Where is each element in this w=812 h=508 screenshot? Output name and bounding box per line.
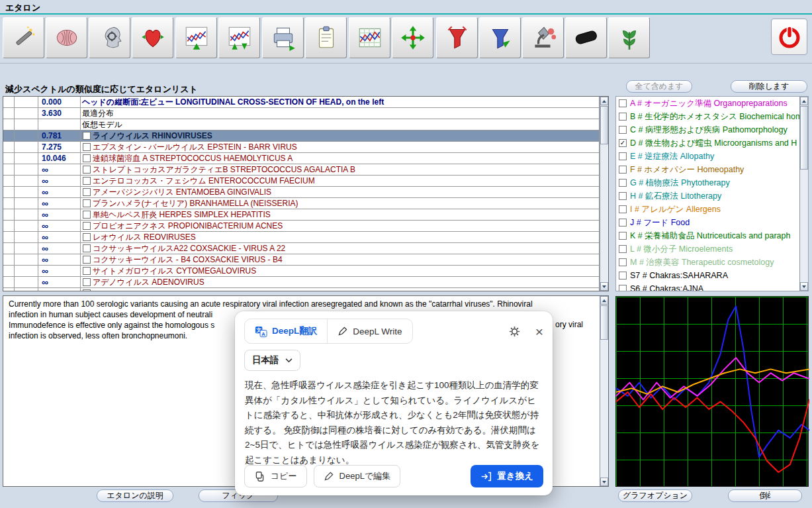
funnel-red-button[interactable]	[436, 17, 478, 58]
table-scrollbar[interactable]	[600, 97, 608, 291]
table-row[interactable]: ∞エンテロコッカス・フェシウム ENTEROCOCCUM FAECIUM	[3, 176, 600, 187]
table-row[interactable]: 0.000ヘッドの縦断面:左ビュー LONGITUDINAL CROSS-SEC…	[3, 97, 600, 108]
category-item[interactable]: F # ホメオパシー Homeopathy	[616, 163, 808, 176]
category-checkbox[interactable]	[619, 113, 627, 121]
category-item[interactable]: ✓D # 微生物および蠕虫 Microorganisms and H	[616, 136, 808, 150]
category-item[interactable]: S7 # Chakras:SAHARARA	[616, 269, 808, 282]
category-item[interactable]: C # 病理形態および疾病 Pathomorphology	[616, 123, 808, 136]
scroll-up-button[interactable]	[600, 296, 608, 305]
chart-compare-button[interactable]	[218, 17, 260, 58]
category-item[interactable]: H # 鉱石療法 Litotherapy	[616, 189, 808, 203]
row-box[interactable]	[83, 199, 91, 207]
table-row[interactable]: ∞サイトメガロウイルス CYTOMEGALOVIRUS	[3, 266, 600, 277]
category-checkbox[interactable]	[619, 245, 627, 253]
table-row[interactable]: ∞ブランハメラ(ナイセリア) BRANHAMELLA (NEISSERIA)	[3, 198, 600, 209]
table-row[interactable]: 3.630最適分布	[3, 108, 600, 119]
category-checkbox[interactable]	[619, 272, 627, 279]
funnel-green-button[interactable]	[479, 17, 521, 58]
graph-options-button[interactable]: グラフオプション	[618, 489, 692, 502]
category-checkbox[interactable]	[619, 179, 627, 187]
scroll-thumb[interactable]	[800, 106, 808, 170]
table-row[interactable]: ∞ストレプトコッカスアガラクティエB STREPTOCOCCUS AGALACT…	[3, 164, 600, 176]
category-scrollbar[interactable]	[799, 97, 808, 291]
scroll-down-button[interactable]	[600, 282, 608, 291]
scroll-up-button[interactable]	[800, 97, 808, 105]
category-item[interactable]: M # 治療美容 Therapeutic cosmetology	[616, 256, 808, 269]
scroll-thumb[interactable]	[600, 305, 608, 340]
row-box[interactable]	[83, 256, 91, 264]
table-row[interactable]: 仮想モデル	[3, 119, 600, 130]
language-selector[interactable]: 日本語	[244, 350, 300, 371]
table-row[interactable]: ∞	[3, 288, 600, 291]
microscope-button[interactable]	[522, 17, 564, 58]
table-row[interactable]: 7.275エプスタイン - バールウイルス EPSTEIN - BARR VIR…	[3, 142, 600, 153]
etalon-description-button[interactable]: エタロンの説明	[97, 489, 173, 502]
row-box[interactable]	[83, 154, 91, 162]
heart-button[interactable]	[132, 17, 173, 58]
scroll-down-button[interactable]	[600, 478, 608, 486]
category-item[interactable]: L # 微小分子 Microelements	[616, 242, 808, 256]
row-box[interactable]	[83, 188, 91, 196]
wand-button[interactable]	[3, 17, 44, 58]
table-row[interactable]: 0.781ライノウイルス RHINOVIRUSES	[3, 130, 600, 142]
head-profile-button[interactable]	[89, 17, 130, 58]
invert-button[interactable]: 倒έ	[728, 489, 802, 502]
delete-button[interactable]: 削除します	[731, 80, 807, 93]
row-box[interactable]	[83, 211, 91, 219]
table-row[interactable]: ∞コクサッキーウイルスA22 COXSACKIE - VIRUS A 22	[3, 243, 600, 254]
chart-up-button[interactable]	[175, 17, 217, 58]
brain-button[interactable]	[46, 17, 87, 58]
category-item[interactable]: K # 栄養補助食品 Nutriceuticals and paraph	[616, 229, 808, 242]
close-button[interactable]: ×	[535, 325, 543, 338]
scroll-up-button[interactable]	[600, 97, 608, 105]
category-checkbox[interactable]	[619, 126, 627, 134]
category-item[interactable]: G # 植物療法 Phytotherapy	[616, 176, 808, 189]
replace-button[interactable]: 置き換え	[471, 465, 543, 487]
table-row[interactable]: ∞単純ヘルペス肝炎 HERPES SIMPLEX HEPATITIS	[3, 209, 600, 221]
row-box[interactable]	[83, 132, 91, 140]
category-item[interactable]: I # アレルゲン Allergens	[616, 203, 808, 216]
row-box[interactable]	[83, 143, 91, 151]
deepl-translate-tab[interactable]: 文A DeepL翻訳	[245, 319, 327, 343]
table-row[interactable]: ∞アデノウイルス ADENOVIRUS	[3, 277, 600, 288]
category-checkbox[interactable]	[619, 219, 627, 227]
edit-with-deepl-button[interactable]: DeepLで編集	[314, 465, 401, 487]
row-box[interactable]	[83, 244, 91, 252]
table-row[interactable]: ∞プロピオニアクネス PROPIONIBACTERIUM ACNES	[3, 221, 600, 232]
category-item[interactable]: E # 逆症療法 Allopathy	[616, 150, 808, 163]
settings-button[interactable]	[508, 325, 521, 338]
table-row[interactable]: 10.046連鎖球菌溶血 A STREPTOCOCCUS HAEMOLYTICU…	[3, 153, 600, 164]
row-box[interactable]	[83, 267, 91, 275]
row-box[interactable]	[83, 289, 91, 291]
category-checkbox[interactable]	[619, 166, 627, 174]
row-box[interactable]	[83, 278, 91, 286]
stop-button[interactable]	[771, 19, 807, 55]
move-cross-button[interactable]	[392, 17, 433, 58]
table-row[interactable]: ∞コクサッキーウイルス - B4 COXSACKIE VIRUS - B4	[3, 254, 600, 266]
scroll-down-button[interactable]	[800, 282, 808, 291]
table-row[interactable]: ∞レオウイルス REOVIRUSES	[3, 232, 600, 243]
category-checkbox[interactable]	[619, 99, 627, 107]
category-checkbox[interactable]: ✓	[619, 139, 627, 147]
row-box[interactable]	[83, 222, 91, 230]
category-checkbox[interactable]	[619, 285, 627, 291]
row-box[interactable]	[83, 166, 91, 174]
copy-button[interactable]: コピー	[244, 465, 307, 487]
category-checkbox[interactable]	[619, 258, 627, 266]
category-item[interactable]: S6 # Chakras:AJNA	[616, 282, 808, 291]
category-checkbox[interactable]	[619, 152, 627, 160]
description-scrollbar[interactable]	[600, 296, 608, 486]
category-item[interactable]: B # 生化学的ホメオスタシス Biochemical hom	[616, 110, 808, 123]
printer-button[interactable]	[262, 17, 304, 58]
category-checkbox[interactable]	[619, 205, 627, 213]
category-item[interactable]: A # オーガニック準備 Organopreparations	[616, 97, 808, 110]
grid-chart-button[interactable]	[349, 17, 390, 58]
notes-button[interactable]	[305, 17, 347, 58]
plant-button[interactable]	[608, 17, 650, 58]
eraser-button[interactable]	[565, 17, 607, 58]
category-item[interactable]: J # フード Food	[616, 216, 808, 229]
deepl-write-tab[interactable]: DeepL Write	[327, 319, 412, 343]
include-all-button[interactable]: 全て含めます	[626, 80, 692, 93]
category-checkbox[interactable]	[619, 192, 627, 200]
table-row[interactable]: ∞アメーバジンジバリス ENTAMOEBA GINGIVALIS	[3, 187, 600, 198]
